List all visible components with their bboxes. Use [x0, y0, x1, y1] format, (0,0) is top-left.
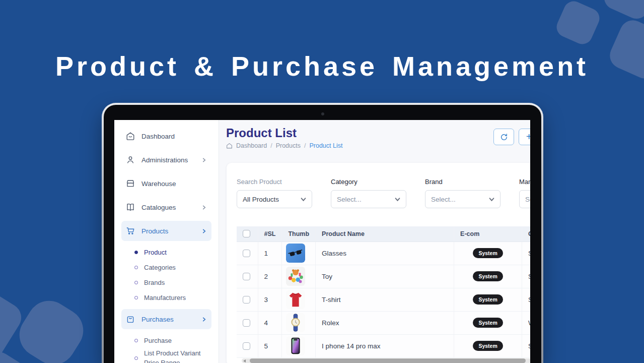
webcam-dot: [321, 112, 324, 115]
sidebar-subitem-list-product-variant-price-range[interactable]: List Product Variant Price Range: [134, 348, 219, 363]
category-select[interactable]: Select...: [331, 190, 406, 208]
table-row: 4: [237, 311, 530, 334]
cell-sl: 1: [258, 241, 282, 265]
col-category: Category: [522, 226, 530, 241]
brand-select[interactable]: Select...: [425, 190, 500, 208]
page-title: Product & Purchase Management: [0, 50, 644, 82]
breadcrumb-separator: /: [270, 142, 272, 149]
select-value: Select...: [431, 196, 456, 203]
table-row: 1: [237, 241, 530, 265]
sidebar-item-label: Purchases: [141, 316, 195, 323]
glasses-thumb: [286, 244, 305, 263]
select-all-checkbox[interactable]: [243, 230, 250, 237]
sidebar-item-purchases[interactable]: Purchases: [121, 309, 211, 329]
content-title: Product List: [226, 126, 297, 140]
sidebar-subitem-categories[interactable]: Categories: [134, 260, 219, 275]
refresh-icon: [500, 133, 508, 141]
bullet-icon: [134, 281, 138, 284]
table-row: 5 I pho: [237, 334, 530, 357]
bullet-icon: [134, 296, 138, 299]
filter-bar: Search Product All Products Category Sel…: [237, 178, 530, 208]
sidebar-subitem-purchase[interactable]: Purchase: [134, 333, 219, 348]
filter-manufacturer: Manufacturer Select...: [519, 178, 530, 208]
sidebar-subitem-manufacturers[interactable]: Manufacturers: [134, 290, 219, 305]
sidebar-subitem-label: Brands: [144, 279, 165, 286]
breadcrumb-products[interactable]: Products: [276, 142, 301, 149]
ecom-badge: System: [473, 248, 503, 258]
table-row: 3 T-shirt System: [237, 288, 530, 311]
cell-product-name: I phone 14 pro max: [316, 334, 454, 357]
plus-icon: +: [526, 131, 530, 143]
cell-category: Sh: [522, 288, 530, 311]
sidebar-item-label: Warehouse: [141, 180, 211, 188]
ecom-badge: System: [473, 294, 503, 305]
cell-sl: 5: [258, 334, 282, 357]
table-header-row: #SL Thumb Product Name E-com Category: [237, 226, 530, 241]
shopping-bag-icon: [126, 315, 135, 324]
breadcrumb-dashboard[interactable]: Dashboard: [236, 142, 267, 149]
ecom-badge: System: [473, 341, 503, 351]
bullet-icon: [134, 266, 138, 269]
sidebar-item-label: Dashboard: [141, 133, 211, 140]
book-icon: [126, 203, 135, 212]
sidebar-item-products[interactable]: Products: [121, 221, 211, 241]
sidebar-subitem-product[interactable]: Product: [134, 245, 219, 260]
breadcrumb: Dashboard / Products / Product List: [226, 142, 342, 149]
add-product-button[interactable]: +: [519, 129, 530, 145]
chevron-right-icon: [202, 205, 206, 210]
row-checkbox[interactable]: [243, 342, 250, 350]
bullet-icon: [134, 339, 138, 342]
laptop-mockup: Dashboard Administrations Warehouse Cata…: [102, 103, 543, 363]
iphone-thumb: [286, 336, 305, 355]
ecom-badge: System: [473, 271, 503, 281]
watch-thumb: [286, 313, 305, 332]
sidebar-item-dashboard[interactable]: Dashboard: [121, 126, 211, 146]
sidebar-item-administrations[interactable]: Administrations: [121, 150, 211, 170]
product-table: #SL Thumb Product Name E-com Category 1: [237, 226, 530, 358]
sidebar-item-label: Products: [141, 227, 195, 235]
cell-category: Sm: [522, 334, 530, 357]
manufacturer-select[interactable]: Select...: [519, 190, 530, 208]
tshirt-thumb: [286, 290, 305, 309]
sidebar: Dashboard Administrations Warehouse Cata…: [114, 120, 219, 363]
breadcrumb-product-list[interactable]: Product List: [309, 142, 342, 149]
bullet-icon: [134, 251, 138, 254]
row-checkbox[interactable]: [243, 250, 250, 257]
cell-sl: 2: [258, 265, 282, 288]
filter-label: Category: [331, 178, 406, 186]
search-product-select[interactable]: All Products: [237, 190, 312, 208]
sidebar-item-warehouse[interactable]: Warehouse: [121, 173, 211, 194]
cell-product-name: Rolex: [316, 311, 454, 334]
sidebar-item-catalogues[interactable]: Catalogues: [121, 197, 211, 217]
store-icon: [126, 179, 135, 188]
bullet-icon: [134, 356, 138, 360]
horizontal-scrollbar[interactable]: [242, 358, 530, 363]
home-icon: [126, 132, 135, 141]
sidebar-subitem-label: Manufacturers: [144, 294, 186, 301]
col-product-name: Product Name: [316, 226, 454, 241]
row-checkbox[interactable]: [243, 296, 250, 304]
ecom-badge: System: [473, 318, 503, 328]
chevron-right-icon: [202, 229, 206, 233]
cell-category: Sm: [522, 265, 530, 288]
filter-label: Brand: [425, 178, 500, 186]
refresh-button[interactable]: [493, 129, 514, 145]
product-list-card: Search Product All Products Category Sel…: [227, 163, 530, 363]
corner-shapes-bottom-left: [0, 272, 101, 363]
row-checkbox[interactable]: [243, 319, 250, 327]
cell-category: Sm: [522, 241, 530, 265]
sidebar-subitem-brands[interactable]: Brands: [134, 275, 219, 290]
filter-label: Manufacturer: [519, 178, 530, 186]
sidebar-item-label: Administrations: [141, 156, 195, 164]
select-value: Select...: [525, 196, 530, 203]
scrollbar-thumb[interactable]: [250, 358, 526, 363]
chevron-down-icon: [301, 197, 306, 202]
scroll-left-arrow-icon: [243, 359, 246, 362]
col-sl: #SL: [258, 226, 282, 241]
cell-product-name: Glasses: [316, 241, 454, 265]
cell-sl: 4: [258, 311, 282, 334]
row-checkbox[interactable]: [243, 273, 250, 280]
filter-brand: Brand Select...: [425, 178, 500, 208]
chevron-right-icon: [202, 317, 206, 322]
main-content: Product List Dashboard / Products / Prod…: [219, 120, 530, 363]
